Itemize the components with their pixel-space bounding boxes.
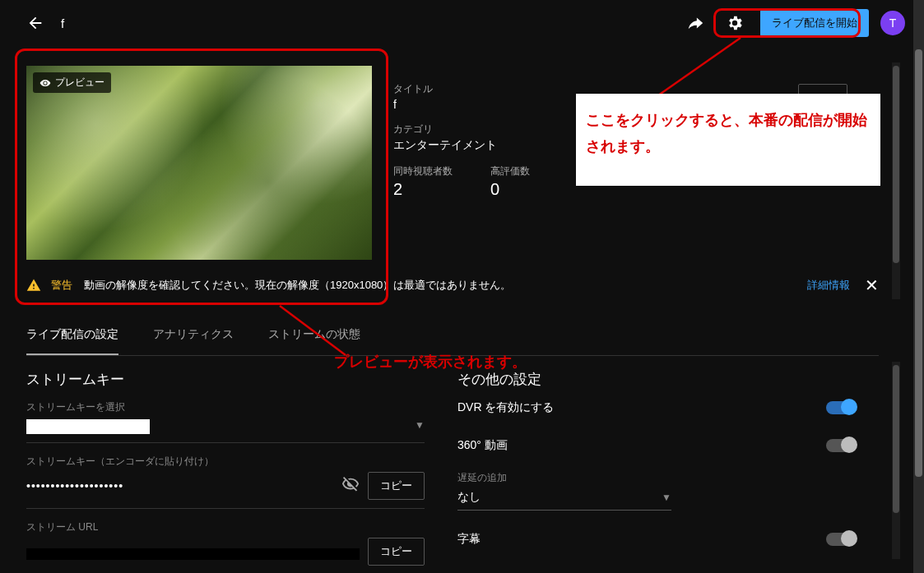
preview-thumbnail[interactable]: プレビュー (26, 66, 372, 260)
scrollbar[interactable] (892, 62, 900, 299)
tab-analytics[interactable]: アナリティクス (153, 321, 234, 355)
stream-key-column: ストリームキー ストリームキーを選択 ▼ ストリームキー（エンコーダに貼り付け）… (26, 360, 448, 573)
cc-toggle[interactable] (826, 533, 856, 546)
gear-icon[interactable] (721, 9, 749, 37)
warning-learn-more[interactable]: 詳細情報 (807, 278, 850, 293)
preview-badge: プレビュー (33, 72, 111, 93)
preview-badge-label: プレビュー (55, 76, 104, 90)
go-live-button[interactable]: ライブ配信を開始 (760, 9, 869, 37)
tab-stream-settings[interactable]: ライブ配信の設定 (26, 321, 118, 355)
stream-key-select-value (26, 419, 150, 434)
stream-metadata: タイトル f カテゴリ エンターテイメント 同時視聴者数 2 高評価数 0 (393, 82, 530, 199)
meta-likes-label: 高評価数 (490, 164, 530, 178)
dvr-label: DVR を有効にする (457, 400, 554, 415)
meta-title-label: タイトル (393, 82, 530, 96)
cc-label: 字幕 (457, 532, 481, 547)
warning-bar: 警告 動画の解像度を確認してください。現在の解像度（1920x1080）は最適で… (26, 273, 879, 298)
meta-title-value: f (393, 98, 530, 111)
scrollbar[interactable] (913, 0, 924, 573)
dvr-toggle[interactable] (826, 401, 856, 414)
stream-key-select[interactable]: ▼ (26, 416, 425, 434)
meta-likes-value: 0 (490, 180, 530, 199)
share-icon[interactable] (681, 9, 709, 37)
close-icon[interactable]: ✕ (865, 277, 879, 293)
tab-stream-health[interactable]: ストリームの状態 (268, 321, 360, 355)
stream-key-heading: ストリームキー (26, 370, 425, 389)
stream-key-select-label: ストリームキーを選択 (26, 400, 425, 414)
warning-tag: 警告 (51, 278, 72, 293)
stream-key-masked: •••••••••••••••••••• (26, 479, 333, 492)
top-bar: f ライブ配信を開始 T (0, 0, 913, 46)
scrollbar[interactable] (892, 362, 900, 559)
youtube-studio-live: f ライブ配信を開始 T プレビュー タイトル f カテゴリ エンターテイメント… (0, 0, 913, 573)
warning-message: 動画の解像度を確認してください。現在の解像度（1920x1080）は最適ではあり… (84, 278, 511, 293)
meta-category-label: カテゴリ (393, 122, 530, 136)
settings-tabs: ライブ配信の設定 アナリティクス ストリームの状態 (26, 321, 879, 356)
stream-url-label: ストリーム URL (26, 520, 425, 534)
avatar[interactable]: T (880, 11, 905, 35)
back-arrow-icon[interactable] (21, 9, 49, 37)
copy-stream-key-button[interactable]: コピー (368, 472, 425, 500)
stream-url-value (26, 548, 360, 560)
copy-stream-url-button[interactable]: コピー (368, 538, 425, 566)
chevron-down-icon: ▼ (415, 419, 425, 431)
warning-triangle-icon (26, 278, 41, 293)
eye-icon (39, 77, 51, 89)
other-settings-column: その他の設定 DVR を有効にする 360° 動画 遅延の追加 なし ▼ 字幕 (448, 360, 879, 573)
video360-label: 360° 動画 (457, 438, 508, 453)
edit-button[interactable] (798, 84, 847, 112)
visibility-off-icon[interactable] (341, 475, 360, 497)
meta-viewers-label: 同時視聴者数 (393, 164, 453, 178)
stream-title: f (61, 16, 64, 30)
meta-viewers-value: 2 (393, 180, 453, 199)
meta-category-value: エンターテイメント (393, 138, 530, 153)
stream-key-field-label: ストリームキー（エンコーダに貼り付け） (26, 455, 425, 469)
settings-panel: ストリームキー ストリームキーを選択 ▼ ストリームキー（エンコーダに貼り付け）… (26, 360, 879, 573)
video360-toggle[interactable] (826, 439, 856, 452)
latency-label: 遅延の追加 (457, 471, 856, 485)
divider (26, 442, 425, 443)
chevron-down-icon: ▼ (662, 492, 671, 503)
latency-select[interactable]: なし ▼ (457, 490, 671, 511)
latency-value: なし (457, 490, 481, 505)
divider (26, 508, 425, 509)
other-settings-heading: その他の設定 (457, 370, 856, 389)
